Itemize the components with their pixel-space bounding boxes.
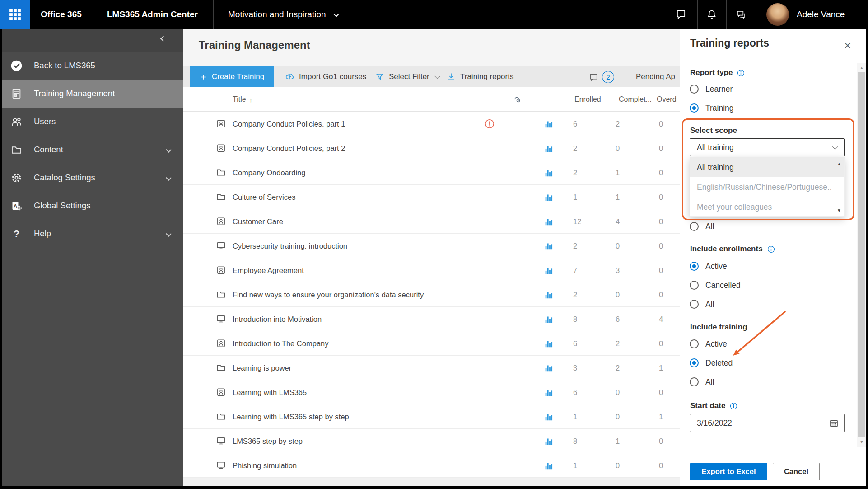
table-row[interactable]: Employee Agreement 7 3 0: [183, 258, 680, 282]
start-date-input[interactable]: 3/16/2022: [690, 414, 845, 432]
radio-button[interactable]: [690, 262, 699, 271]
avatar[interactable]: [766, 3, 789, 26]
training-reports-button[interactable]: Training reports: [446, 66, 513, 87]
radio-button[interactable]: [690, 300, 699, 309]
chart-icon[interactable]: [544, 265, 554, 275]
sidebar-item-catalog-settings[interactable]: Catalog Settings: [2, 164, 183, 192]
info-icon[interactable]: [767, 245, 775, 254]
collapse-sidebar-icon[interactable]: [160, 36, 166, 42]
feedback-icon[interactable]: [735, 9, 747, 20]
column-header-title[interactable]: Title ↑: [233, 87, 252, 112]
table-row[interactable]: Learning with LMS365 6 0 0: [183, 380, 680, 404]
dropdown-option-meet-your-colleagues[interactable]: Meet your colleagues: [690, 197, 844, 217]
chevron-down-icon[interactable]: [333, 11, 339, 17]
radio-option-all[interactable]: All: [680, 217, 866, 236]
training-title: LMS365 step by step: [233, 437, 303, 445]
app-launcher-button[interactable]: [0, 0, 30, 29]
listbox-scroll-up-icon[interactable]: ▲: [836, 160, 842, 167]
info-icon[interactable]: [737, 69, 745, 77]
chart-icon[interactable]: [544, 436, 554, 446]
scroll-down-icon[interactable]: ▼: [857, 437, 866, 447]
chart-icon[interactable]: [544, 314, 554, 324]
scroll-up-icon[interactable]: ▲: [857, 63, 866, 72]
sidebar-item-back-to-lms365[interactable]: Back to LMS365: [2, 52, 183, 80]
horizontal-scrollbar[interactable]: [183, 478, 680, 486]
table-row[interactable]: Phishing simulation 1 0 0: [183, 453, 680, 478]
chart-icon[interactable]: [544, 412, 554, 422]
table-row[interactable]: Cybersecurity training, introduction 2 0…: [183, 234, 680, 258]
radio-button[interactable]: [690, 85, 699, 94]
scrollbar-thumb[interactable]: [858, 72, 865, 437]
sidebar-item-users[interactable]: Users: [2, 108, 183, 136]
radio-button[interactable]: [690, 339, 699, 348]
column-header-completed[interactable]: Complet...: [619, 87, 652, 112]
office-365-brand[interactable]: Office 365: [41, 0, 82, 29]
user-name[interactable]: Adele Vance: [797, 0, 845, 29]
table-row[interactable]: LMS365 step by step 8 1 0: [183, 429, 680, 453]
admin-center-title[interactable]: LMS365 Admin Center: [107, 0, 198, 29]
radio-option-all[interactable]: All: [680, 372, 866, 391]
table-row[interactable]: Company Conduct Policies, part 1 6 2 0: [183, 112, 680, 136]
sidebar-item-help[interactable]: Help: [2, 220, 183, 248]
scope-dropdown[interactable]: All training: [690, 138, 845, 156]
radio-button[interactable]: [690, 358, 699, 367]
radio-button[interactable]: [690, 281, 699, 290]
sidebar-item-training-management[interactable]: Training Management: [2, 80, 183, 108]
chart-icon[interactable]: [544, 168, 554, 178]
panel-scrollbar[interactable]: ▲ ▼: [857, 63, 866, 447]
chart-icon[interactable]: [544, 461, 554, 470]
comments-count-badge[interactable]: 2: [602, 71, 614, 83]
context-switcher[interactable]: Motivation and Inspiration: [228, 0, 326, 29]
chart-icon[interactable]: [544, 339, 554, 348]
select-filter-button[interactable]: Select Filter: [375, 66, 439, 87]
table-row[interactable]: Company Conduct Policies, part 2 2 0 0: [183, 136, 680, 160]
notifications-bell-icon[interactable]: [706, 9, 718, 20]
table-row[interactable]: Learning with LMS365 step by step 1 0 1: [183, 404, 680, 429]
chart-icon[interactable]: [544, 241, 554, 251]
radio-button[interactable]: [690, 377, 699, 386]
close-icon[interactable]: ✕: [841, 39, 854, 52]
table-row[interactable]: Customer Care 12 4 0: [183, 209, 680, 234]
chart-icon[interactable]: [544, 363, 554, 373]
radio-button[interactable]: [690, 103, 699, 113]
chart-icon[interactable]: [544, 143, 554, 153]
cancel-button[interactable]: Cancel: [773, 463, 820, 480]
sidebar-item-content[interactable]: Content: [2, 136, 183, 164]
listbox-scroll-down-icon[interactable]: ▼: [836, 207, 842, 213]
table-row[interactable]: Learning is power 3 2 1: [183, 356, 680, 380]
comments-icon[interactable]: [588, 72, 599, 82]
dropdown-option-all-training[interactable]: All training: [690, 157, 844, 177]
radio-option-cancelled[interactable]: Cancelled: [680, 276, 866, 295]
column-header-enrolled[interactable]: Enrolled: [574, 87, 601, 112]
table-row[interactable]: Introduction to The Company 6 2 0: [183, 331, 680, 356]
chart-icon[interactable]: [544, 387, 554, 397]
radio-option-all[interactable]: All: [680, 295, 866, 314]
radio-option-training[interactable]: Training: [680, 99, 866, 118]
radio-option-active[interactable]: Active: [680, 257, 866, 276]
filter-funnel-icon: [375, 72, 385, 82]
table-row[interactable]: Company Ondoarding 2 1 0: [183, 160, 680, 185]
radio-option-learner[interactable]: Learner: [680, 80, 866, 99]
export-to-excel-button[interactable]: Export to Excel: [690, 463, 767, 480]
radio-option-deleted[interactable]: Deleted: [680, 353, 866, 372]
info-icon[interactable]: [729, 402, 738, 410]
unlink-column-icon[interactable]: [512, 94, 522, 104]
table-row[interactable]: Culture of Services 1 1 0: [183, 185, 680, 209]
sidebar-item-global-settings[interactable]: Global Settings: [2, 192, 183, 220]
pending-approvals-button[interactable]: Pending Ap: [636, 66, 675, 87]
chart-icon[interactable]: [544, 119, 554, 129]
chart-icon[interactable]: [544, 192, 554, 202]
import-go1-button[interactable]: Import Go1 courses: [285, 66, 366, 87]
chat-icon[interactable]: [675, 9, 687, 20]
table-row[interactable]: Find new ways to ensure your organizatio…: [183, 282, 680, 307]
chart-icon[interactable]: [544, 290, 554, 300]
calendar-icon[interactable]: [829, 418, 839, 428]
column-header-overdue[interactable]: Overd: [657, 87, 677, 112]
table-row[interactable]: Introduction into Motivation 8 6 4: [183, 307, 680, 331]
chart-icon[interactable]: [544, 216, 554, 226]
create-training-button[interactable]: Create Training: [190, 66, 274, 87]
radio-option-active[interactable]: Active: [680, 334, 866, 353]
dropdown-option-english-russian-chinese-portuguese[interactable]: English/Russian/Chinese/Portuguese...: [690, 177, 844, 197]
radio-button[interactable]: [690, 222, 699, 231]
warning-icon[interactable]: [484, 118, 495, 129]
